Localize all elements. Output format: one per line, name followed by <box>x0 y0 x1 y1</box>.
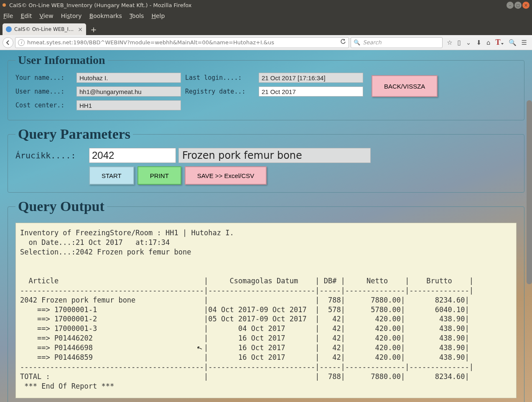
menu-bar: File Edit View History Bookmarks Tools H… <box>0 10 532 22</box>
query-params-section: Query Parameters Árucikk....: Frozen por… <box>8 126 524 193</box>
reload-icon <box>340 39 346 45</box>
article-desc-field: Frozen pork femur bone <box>178 148 371 163</box>
query-output-section: Query Output ↖ Inventory of FreezingStor… <box>8 198 524 402</box>
tab-close-icon[interactable]: × <box>78 26 83 33</box>
label-yourname: Your name...: <box>15 74 74 81</box>
field-costcenter[interactable] <box>76 100 181 110</box>
query-output-legend: Query Output <box>15 198 107 214</box>
new-tab-button[interactable]: + <box>89 25 98 33</box>
window-title: CaIS© On-Line WEB_Inventory (Hungary Mea… <box>9 2 507 8</box>
url-text: hmeat.sytes.net:1980/BBD^WEBINV?module=w… <box>27 39 338 46</box>
window-titlebar: CaIS© On-Line WEB_Inventory (Hungary Mea… <box>0 0 532 10</box>
field-lastlogin[interactable] <box>259 73 363 83</box>
label-username: User name...: <box>15 88 74 95</box>
print-button[interactable]: PRINT <box>137 166 181 185</box>
article-code-input[interactable] <box>89 148 176 163</box>
reload-button[interactable] <box>340 39 346 46</box>
menu-bookmarks[interactable]: Bookmarks <box>89 13 122 19</box>
page-content: User Information Your name...: User name… <box>0 50 532 402</box>
window-maximize-button[interactable]: ◻ <box>514 2 522 9</box>
user-info-section: User Information Your name...: User name… <box>8 53 524 120</box>
nav-back-button[interactable] <box>3 37 13 48</box>
search-placeholder: Search <box>363 39 382 46</box>
window-minimize-button[interactable]: – <box>507 2 514 9</box>
url-field[interactable]: i hmeat.sytes.net:1980/BBD^WEBINV?module… <box>15 37 349 48</box>
library-icon[interactable]: ▯ <box>458 39 461 46</box>
toolbar-ext-t-icon[interactable]: T <box>496 38 504 47</box>
field-username[interactable] <box>76 87 181 97</box>
toolbar-ext-search-icon[interactable]: 🔍 <box>509 39 517 46</box>
back-button[interactable]: BACK/VISSZA <box>372 75 438 97</box>
pocket-icon[interactable]: ⌄ <box>466 39 471 46</box>
menu-edit[interactable]: Edit <box>20 13 32 19</box>
query-params-legend: Query Parameters <box>15 126 133 142</box>
field-regdate[interactable] <box>259 87 363 97</box>
label-regdate: Registry date..: <box>185 88 256 95</box>
search-icon: 🔍 <box>354 39 360 46</box>
menu-history[interactable]: History <box>61 13 82 19</box>
report-output[interactable]: Inventory of FreezingStore/Room : HH1 | … <box>15 223 517 398</box>
site-info-icon[interactable]: i <box>18 39 25 46</box>
user-info-legend: User Information <box>15 53 108 67</box>
app-indicator-icon <box>3 3 6 7</box>
start-button[interactable]: START <box>89 166 134 185</box>
arrow-left-icon <box>5 40 11 46</box>
downloads-icon[interactable]: ⬇ <box>476 39 481 46</box>
navigation-toolbar: i hmeat.sytes.net:1980/BBD^WEBINV?module… <box>0 35 532 50</box>
search-field[interactable]: 🔍 Search <box>351 37 443 48</box>
menu-view[interactable]: View <box>40 13 53 19</box>
scrollbar-thumb[interactable] <box>527 100 532 284</box>
browser-tab[interactable]: CaIS© On-Line WEB_In… × <box>3 23 86 35</box>
label-lastlogin: Last login....: <box>185 74 256 81</box>
label-article: Árucikk....: <box>15 150 87 160</box>
bookmark-star-icon[interactable]: ☆ <box>447 39 452 46</box>
tab-strip: CaIS© On-Line WEB_In… × + <box>0 22 532 35</box>
menu-tools[interactable]: Tools <box>130 13 144 19</box>
tab-title: CaIS© On-Line WEB_In… <box>14 26 74 32</box>
window-close-button[interactable]: × <box>522 2 529 9</box>
label-costcenter: Cost center.: <box>15 102 74 109</box>
field-yourname[interactable] <box>76 73 181 83</box>
menu-file[interactable]: File <box>3 13 13 19</box>
menu-help[interactable]: Help <box>151 13 165 19</box>
hamburger-menu-icon[interactable]: ☰ <box>522 39 527 46</box>
home-icon[interactable]: ⌂ <box>486 39 491 46</box>
tab-favicon-icon <box>6 26 12 32</box>
save-csv-button[interactable]: SAVE >> Excel/CSV <box>185 166 267 185</box>
